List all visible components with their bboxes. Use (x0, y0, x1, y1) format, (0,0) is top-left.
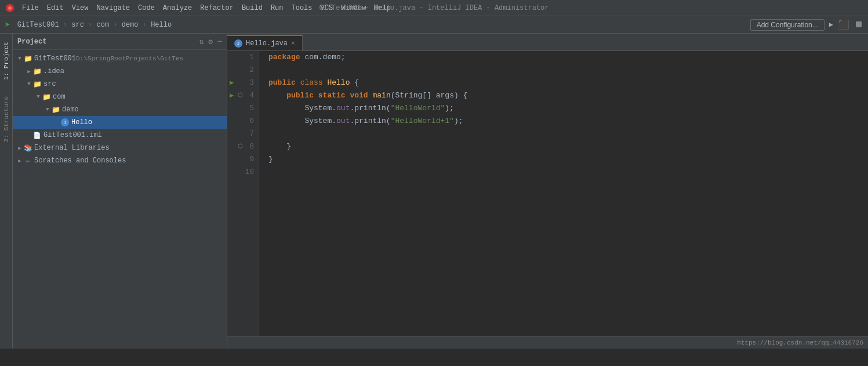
menu-file[interactable]: File (19, 3, 42, 13)
code-line: } (268, 153, 859, 166)
breadcrumb-separator: › (139, 21, 151, 29)
tree-item[interactable]: ▼📁com (13, 90, 227, 103)
tree-file-icon: 📄 (32, 131, 42, 140)
project-panel-header: Project ⇅ ⚙ ─ (13, 34, 227, 50)
nav-icon[interactable]: ➤ (5, 19, 10, 31)
window-title: GitTest001 - Hello.java - IntelliJ IDEA … (319, 4, 549, 12)
editor-content[interactable]: 12▶3▶⬡4567⬡8910 package com.demo;public … (227, 51, 868, 336)
code-token: void (350, 89, 368, 102)
code-line (268, 64, 859, 77)
code-token (346, 89, 350, 102)
tab-close-button[interactable]: × (291, 40, 295, 47)
tree-arrow-icon: ▶ (26, 68, 32, 75)
project-header-icons: ⇅ ⚙ ─ (199, 37, 222, 46)
line-number: 8 (249, 140, 254, 153)
bookmark-icon: ⬡ (238, 89, 243, 102)
tree-item[interactable]: ▶✏Scratches and Consoles (13, 154, 227, 167)
code-token (323, 77, 328, 89)
gutter-line: 1 (227, 51, 254, 64)
code-token: com.demo; (300, 51, 346, 64)
tree-file-icon: 📁 (42, 92, 51, 102)
project-panel: Project ⇅ ⚙ ─ ▼📁GitTest001 D:\SpringBoot… (13, 34, 227, 349)
menu-tools[interactable]: Tools (288, 3, 316, 13)
gutter-line: 5 (227, 102, 254, 115)
line-number: 2 (249, 64, 254, 77)
run-gutter-icon[interactable]: ▶ (230, 89, 234, 102)
menu-view[interactable]: View (68, 3, 92, 13)
run-gutter-icon[interactable]: ▶ (230, 77, 234, 89)
breadcrumb-item[interactable]: src (71, 21, 84, 29)
tree-item-label: Scratches and Consoles (34, 157, 126, 165)
code-token: public (286, 89, 314, 102)
line-gutter: 12▶3▶⬡4567⬡8910 (227, 51, 259, 336)
code-token: "HelloWorld+1" (391, 115, 454, 128)
project-tree: ▼📁GitTest001 D:\SpringBootProjects\GitTe… (13, 50, 227, 349)
tree-item[interactable]: ▶📚External Libraries (13, 142, 227, 154)
collapse-icon[interactable]: ⇅ (199, 37, 204, 46)
code-line: } (268, 140, 859, 153)
minimize-icon[interactable]: ─ (217, 37, 222, 46)
menu-analyze[interactable]: Analyze (159, 3, 195, 13)
code-token: out (336, 115, 350, 128)
tree-item[interactable]: ▼📁src (13, 78, 227, 90)
settings-icon[interactable]: ⚙ (208, 37, 213, 46)
tree-arrow-icon: ▶ (16, 158, 23, 164)
menu-navigate[interactable]: Navigate (93, 3, 133, 13)
code-line: System.out.println("HelloWorld"); (268, 102, 859, 115)
menu-code[interactable]: Code (135, 3, 158, 13)
breadcrumb-item[interactable]: com (96, 21, 109, 29)
breadcrumb-item[interactable]: demo (122, 21, 139, 29)
gutter-line: 9 (227, 153, 254, 166)
code-line: public static void main(String[] args) { (268, 89, 859, 102)
sidebar-item-structure[interactable]: 2: Structure (2, 94, 11, 144)
tree-item[interactable]: 📄GitTest001.iml (13, 129, 227, 142)
code-editor[interactable]: package com.demo;public class Hello { pu… (259, 51, 868, 336)
debug-button[interactable]: ⬛ (838, 19, 849, 31)
code-token: Hello (327, 77, 350, 89)
menu-edit[interactable]: Edit (43, 3, 67, 13)
main-layout: 1: Project 2: Structure Project ⇅ ⚙ ─ ▼📁… (0, 34, 868, 349)
tree-item[interactable]: ▼📁GitTest001 D:\SpringBootProjects\GitTe… (13, 52, 227, 65)
tree-item-path: D:\SpringBootProjects\GitTes (76, 55, 183, 62)
breadcrumb-item[interactable]: Hello (151, 21, 172, 29)
code-token: .println( (350, 102, 390, 115)
code-token (314, 89, 318, 102)
menu-run[interactable]: Run (267, 3, 287, 13)
code-line: public class Hello { (268, 77, 859, 89)
code-token: package (268, 51, 300, 64)
code-token (368, 89, 373, 102)
status-bar: https://blog.csdn.net/qq_44316726 (227, 336, 868, 349)
sidebar-item-project[interactable]: 1: Project (2, 39, 11, 82)
line-number: 10 (245, 166, 254, 179)
stop-button[interactable]: ⏹ (854, 19, 863, 30)
code-line (268, 128, 859, 140)
code-token: class (300, 77, 323, 89)
line-number: 5 (249, 102, 254, 115)
breadcrumb-bar: ➤ GitTest001 › src › com › demo › Hello … (0, 16, 868, 34)
gutter-line: 7 (227, 128, 254, 140)
code-token: main (373, 89, 391, 102)
tree-file-icon: 📚 (23, 143, 32, 153)
code-token: } (268, 140, 291, 153)
line-number: 9 (249, 153, 254, 166)
tree-item-label: Hello (71, 118, 92, 126)
code-token: .println( (350, 115, 390, 128)
code-token (296, 77, 300, 89)
menu-build[interactable]: Build (238, 3, 266, 13)
tree-item[interactable]: JHello (13, 116, 227, 129)
code-line (268, 166, 859, 179)
editor-area: JHello.java× 12▶3▶⬡4567⬡8910 package com… (227, 34, 868, 349)
tree-item[interactable]: ▶📁.idea (13, 65, 227, 78)
editor-tab[interactable]: JHello.java× (227, 35, 303, 50)
tree-item[interactable]: ▼📁demo (13, 103, 227, 116)
tree-file-icon: 📁 (23, 54, 32, 63)
bookmark-icon: ⬡ (238, 140, 243, 153)
gutter-line: 2 (227, 64, 254, 77)
tree-item-label: src (43, 80, 56, 88)
add-configuration-button[interactable]: Add Configuration... (750, 19, 825, 31)
tree-item-label: GitTest001 (34, 55, 76, 63)
breadcrumb-item[interactable]: GitTest001 (17, 21, 59, 29)
run-button[interactable]: ▶ (829, 20, 833, 29)
menu-refactor[interactable]: Refactor (197, 3, 237, 13)
tree-file-icon: 📁 (51, 105, 60, 114)
